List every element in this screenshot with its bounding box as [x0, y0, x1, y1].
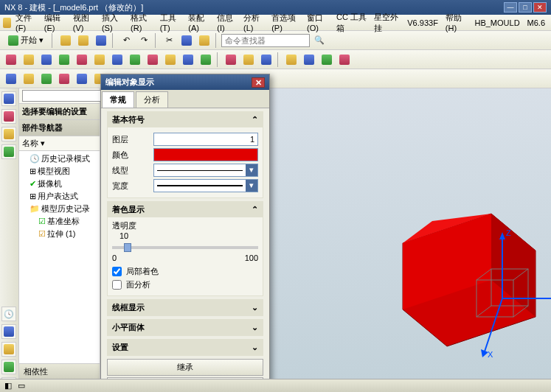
name-column-header[interactable]: 名称 ▾	[19, 136, 100, 151]
search-button[interactable]: 🔍	[311, 32, 328, 49]
section-settings-header[interactable]: 设置⌄	[108, 340, 263, 355]
mirror-button[interactable]	[145, 52, 161, 68]
mold-btn-5[interactable]	[74, 71, 90, 87]
cone-button[interactable]	[319, 52, 335, 68]
tree-model-views[interactable]: ⊞模型视图	[21, 165, 98, 178]
new-button[interactable]	[58, 32, 74, 49]
save-icon	[96, 35, 106, 46]
layer-input[interactable]	[153, 133, 258, 146]
nav-roles-icon[interactable]	[1, 324, 16, 339]
color-label: 颜色	[112, 150, 149, 161]
hole-button[interactable]	[56, 52, 72, 68]
local-shade-checkbox[interactable]	[112, 267, 122, 276]
menu-info[interactable]: 信息(I)	[214, 11, 239, 34]
menu-window[interactable]: 窗口(O)	[304, 11, 332, 34]
extrude-button[interactable]	[21, 52, 37, 68]
maximize-button[interactable]: □	[519, 2, 532, 13]
menu-help[interactable]: 帮助(H)	[443, 11, 471, 34]
datum-csys-button[interactable]	[258, 52, 274, 68]
nav-history-icon[interactable]: 🕓	[1, 307, 16, 321]
tree-expressions[interactable]: ⊞用户表达式	[21, 190, 98, 203]
menu-file[interactable]: 文件(F)	[13, 11, 40, 34]
menu-analysis[interactable]: 分析(L)	[240, 11, 267, 34]
revolve-button[interactable]	[38, 52, 55, 68]
transparency-slider[interactable]	[112, 246, 258, 249]
shell-button[interactable]	[109, 52, 125, 68]
section-facet-header[interactable]: 小平面体⌄	[108, 320, 263, 335]
menu-hbmould[interactable]: HB_MOULD	[471, 17, 522, 29]
face-analysis-checkbox[interactable]	[112, 280, 122, 290]
start-dropdown[interactable]: 开始 ▾	[3, 32, 49, 49]
intersect-button[interactable]	[198, 52, 214, 68]
nav-part-icon[interactable]	[1, 109, 16, 124]
blend-button[interactable]	[74, 52, 90, 68]
menu-insert[interactable]: 插入(S)	[99, 11, 126, 34]
sphere-button[interactable]	[336, 52, 353, 68]
pattern-icon	[130, 55, 140, 65]
unite-button[interactable]	[162, 52, 179, 68]
nav-reuse-icon[interactable]	[1, 127, 16, 141]
datum-plane-button[interactable]	[223, 52, 239, 68]
nav-sys-icon[interactable]	[1, 342, 16, 357]
width-combo[interactable]: ▾	[153, 179, 258, 192]
menu-edit[interactable]: 编辑(E)	[41, 11, 69, 34]
unite-icon	[165, 55, 176, 65]
tab-analysis[interactable]: 分析	[136, 91, 168, 108]
chamfer-button[interactable]	[91, 52, 108, 68]
cube-button[interactable]	[283, 52, 299, 68]
section-wireframe-header[interactable]: 线框显示⌄	[108, 300, 263, 315]
inherit-button[interactable]: 继承	[107, 359, 263, 376]
cut-button[interactable]: ✂	[161, 32, 177, 49]
nav-assembly-icon[interactable]	[1, 91, 16, 106]
copy-button[interactable]	[179, 32, 195, 49]
dependency-panel[interactable]: 相依性	[19, 364, 100, 380]
dialog-close-button[interactable]: ✕	[252, 77, 265, 88]
menu-xk[interactable]: 星空外挂	[371, 10, 403, 35]
menu-cc[interactable]: CC 工具箱	[333, 10, 370, 35]
tree-datum-csys[interactable]: ☑基准坐标	[21, 215, 98, 228]
transparency-label: 透明度	[112, 220, 258, 231]
open-button[interactable]	[75, 32, 91, 49]
mold-btn-4[interactable]	[56, 71, 72, 87]
minimize-button[interactable]: —	[504, 2, 517, 13]
cube-icon	[286, 55, 297, 65]
undo-button[interactable]: ↶	[118, 32, 134, 49]
menu-prefs[interactable]: 首选项(P)	[268, 11, 302, 34]
mold-btn-2[interactable]	[21, 71, 37, 87]
tree-model-history[interactable]: 📁模型历史记录	[21, 203, 98, 215]
section-shade-header[interactable]: 着色显示⌃	[108, 202, 263, 217]
menu-view[interactable]: 视图(V)	[70, 11, 97, 34]
tree-cameras[interactable]: ✔摄像机	[21, 178, 98, 190]
redo-button[interactable]: ↷	[136, 32, 152, 49]
cone-icon	[322, 55, 332, 65]
chevron-down-icon: ▾	[246, 164, 257, 176]
command-finder-input[interactable]	[221, 34, 310, 47]
slider-thumb[interactable]	[124, 243, 131, 252]
color-picker[interactable]	[153, 148, 258, 161]
menu-assembly[interactable]: 装配(A)	[185, 11, 212, 34]
linetype-combo[interactable]: ▾	[153, 164, 258, 177]
paste-button[interactable]	[196, 32, 212, 49]
pattern-button[interactable]	[127, 52, 143, 68]
cylinder-button[interactable]	[301, 52, 317, 68]
menu-format[interactable]: 格式(R)	[128, 11, 156, 34]
nav-html-icon[interactable]	[1, 144, 16, 159]
datum-axis-button[interactable]	[240, 52, 257, 68]
tree-extrude-1[interactable]: ☑拉伸 (1)	[21, 228, 98, 240]
tree-history-mode[interactable]: 🕓历史记录模式	[21, 153, 98, 165]
menu-tools[interactable]: 工具(T)	[157, 11, 184, 34]
menu-ver[interactable]: V6.933F	[404, 17, 441, 29]
save-button[interactable]	[93, 32, 109, 49]
menu-m66[interactable]: M6.6	[524, 17, 548, 29]
mold-btn-3[interactable]	[38, 71, 55, 87]
mold-btn-1[interactable]	[3, 71, 19, 87]
close-button[interactable]: ✕	[533, 2, 547, 13]
tab-general[interactable]: 常规	[102, 91, 134, 108]
part-navigator-panel: 选择要编辑的设置 部件导航器 名称 ▾ 🕓历史记录模式 ⊞模型视图 ✔摄像机 ⊞…	[19, 88, 100, 392]
model-3d[interactable]: Z Y X	[358, 184, 551, 368]
sketch-button[interactable]	[3, 52, 19, 68]
subtract-button[interactable]	[180, 52, 196, 68]
section-basic-header[interactable]: 基本符号⌃	[108, 112, 263, 127]
nav-misc1-icon[interactable]	[1, 360, 16, 374]
dialog-titlebar[interactable]: 编辑对象显示 ✕	[101, 74, 269, 90]
